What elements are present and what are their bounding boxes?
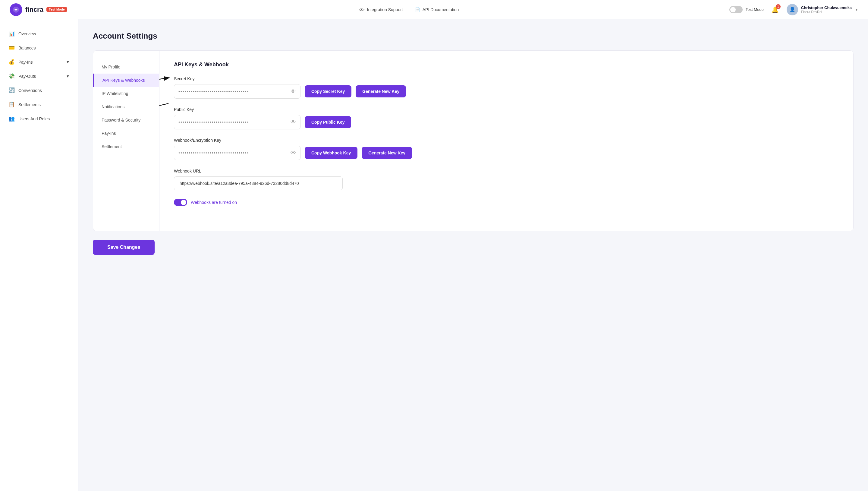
eye-icon[interactable]: 👁	[290, 119, 296, 125]
chevron-down-icon: ▼	[855, 7, 858, 12]
conversions-icon: 🔄	[8, 87, 15, 93]
sidebar-item-settlements[interactable]: 📋 Settlements	[0, 97, 78, 112]
webhook-key-label: Webhook/Encryption Key	[174, 138, 839, 143]
section-title: API Keys & Webhook	[174, 61, 839, 68]
secret-key-row: 👁 Copy Secret Key Generate New Key	[174, 84, 839, 98]
user-name: Christopher Chukwuemeka	[801, 5, 852, 10]
sidebar-item-users-roles[interactable]: 👥 Users And Roles	[0, 112, 78, 126]
sidebar-item-label: Users And Roles	[19, 116, 50, 121]
sidebar-item-label: Pay-Ins	[19, 60, 33, 64]
webhook-key-section: Webhook/Encryption Key 👁 Copy Webhook Ke…	[174, 138, 839, 160]
save-changes-button[interactable]: Save Changes	[93, 240, 155, 255]
webhook-key-input[interactable]	[179, 150, 290, 155]
sidebar-item-label: Balances	[19, 46, 36, 50]
nav-my-profile[interactable]: My Profile	[93, 60, 159, 74]
public-key-section: Public Key 👁 Copy Public Key	[174, 107, 839, 129]
nav-api-keys[interactable]: API Keys & Webhooks	[93, 74, 159, 87]
balances-icon: 💳	[8, 45, 15, 51]
nav-center: </> Integration Support 📄 API Documentat…	[88, 7, 730, 12]
sidebar-item-label: Conversions	[19, 88, 42, 93]
sidebar-item-label: Pay-Outs	[19, 74, 36, 79]
nav-ip-whitelisting[interactable]: IP Whitelisting	[93, 87, 159, 100]
secret-key-input[interactable]	[179, 89, 290, 94]
pay-outs-icon: 💸	[8, 73, 15, 79]
test-mode-toggle[interactable]	[730, 6, 743, 13]
nav-right: Test Mode 🔔 1 👤 Christopher Chukwuemeka …	[730, 4, 858, 16]
overview-icon: 📊	[8, 30, 15, 37]
generate-webhook-key-button[interactable]: Generate New Key	[362, 147, 412, 159]
nav-pay-ins[interactable]: Pay-Ins	[93, 127, 159, 140]
users-icon: 👥	[8, 116, 15, 122]
card-main-content: 1 2 API Keys & Webhook Secret Key	[159, 51, 853, 231]
toggle-knob	[181, 200, 186, 205]
api-docs-link[interactable]: 📄 API Documentation	[415, 7, 459, 12]
secret-key-section: Secret Key 👁 Copy Secret Key Generate Ne…	[174, 76, 839, 98]
sidebar: 📊 Overview 💳 Balances 💰 Pay-Ins ▼ 💸 Pay-…	[0, 19, 79, 491]
svg-line-2	[159, 78, 168, 81]
eye-icon[interactable]: 👁	[290, 88, 296, 95]
webhook-url-input[interactable]	[174, 176, 343, 190]
secret-key-label: Secret Key	[174, 76, 839, 81]
main-layout: 📊 Overview 💳 Balances 💰 Pay-Ins ▼ 💸 Pay-…	[0, 19, 868, 491]
public-key-row: 👁 Copy Public Key	[174, 115, 839, 129]
generate-secret-key-button[interactable]: Generate New Key	[355, 85, 406, 97]
main-content: Account Settings My Profile API Keys & W…	[79, 19, 868, 491]
secret-key-input-wrap: 👁	[174, 84, 301, 98]
nav-notifications[interactable]: Notifications	[93, 100, 159, 113]
topnav: fincra Test Mode </> Integration Support…	[0, 0, 868, 19]
webhook-toggle-row: Webhooks are turned on	[174, 199, 839, 206]
copy-webhook-key-button[interactable]: Copy Webhook Key	[305, 147, 358, 159]
sidebar-item-label: Settlements	[19, 102, 41, 107]
code-icon: </>	[358, 7, 364, 12]
logo-icon	[10, 3, 22, 16]
user-menu[interactable]: 👤 Christopher Chukwuemeka Fincra DevRel …	[786, 4, 858, 16]
public-key-input-wrap: 👁	[174, 115, 301, 129]
copy-secret-key-button[interactable]: Copy Secret Key	[305, 85, 351, 97]
public-key-input[interactable]	[179, 120, 290, 124]
sidebar-item-overview[interactable]: 📊 Overview	[0, 27, 78, 41]
test-mode-badge: Test Mode	[46, 7, 67, 12]
doc-icon: 📄	[415, 7, 420, 12]
page-title: Account Settings	[93, 31, 854, 41]
sidebar-item-pay-ins[interactable]: 💰 Pay-Ins ▼	[0, 55, 78, 69]
nav-password-security[interactable]: Password & Security	[93, 113, 159, 127]
sidebar-item-pay-outs[interactable]: 💸 Pay-Outs ▼	[0, 69, 78, 83]
public-key-label: Public Key	[174, 107, 839, 112]
user-role: Fincra DevRel	[801, 10, 852, 13]
integration-support-link[interactable]: </> Integration Support	[358, 7, 403, 12]
test-mode-label: Test Mode	[746, 7, 764, 12]
test-mode-toggle-area: Test Mode	[730, 6, 764, 13]
chevron-icon: ▼	[66, 60, 70, 64]
user-info: Christopher Chukwuemeka Fincra DevRel	[801, 5, 852, 13]
sidebar-item-label: Overview	[19, 31, 36, 36]
pay-ins-icon: 💰	[8, 59, 15, 65]
nav-settlement[interactable]: Settlement	[93, 140, 159, 153]
svg-line-4	[159, 104, 168, 108]
avatar: 👤	[786, 4, 798, 16]
notification-badge: 1	[776, 4, 781, 9]
sidebar-item-conversions[interactable]: 🔄 Conversions	[0, 83, 78, 97]
logo-area: fincra Test Mode	[10, 3, 88, 16]
eye-icon[interactable]: 👁	[290, 150, 296, 156]
webhook-key-row: 👁 Copy Webhook Key Generate New Key	[174, 146, 839, 160]
sidebar-item-balances[interactable]: 💳 Balances	[0, 41, 78, 55]
copy-public-key-button[interactable]: Copy Public Key	[305, 116, 351, 128]
save-area: Save Changes	[93, 231, 854, 255]
webhook-url-section: Webhook URL	[174, 169, 839, 190]
webhook-url-label: Webhook URL	[174, 169, 839, 173]
notification-button[interactable]: 🔔 1	[770, 4, 781, 15]
card-sidebar: My Profile API Keys & Webhooks IP Whitel…	[93, 51, 159, 231]
webhook-toggle-label: Webhooks are turned on	[191, 200, 237, 205]
webhook-toggle[interactable]	[174, 199, 187, 206]
settlements-icon: 📋	[8, 102, 15, 108]
chevron-icon: ▼	[66, 74, 70, 79]
settings-card: My Profile API Keys & Webhooks IP Whitel…	[93, 50, 854, 231]
logo-text: fincra	[25, 6, 43, 13]
webhook-key-input-wrap: 👁	[174, 146, 301, 160]
